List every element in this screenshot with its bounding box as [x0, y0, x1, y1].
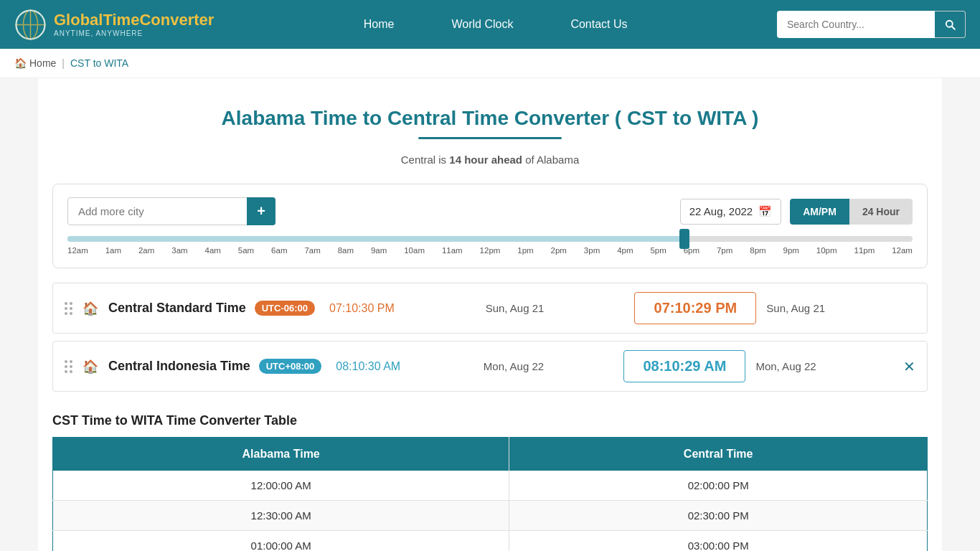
- slider-fill: [67, 236, 684, 242]
- table-row: 12:30:00 AM02:30:00 PM: [53, 501, 928, 531]
- label-10pm: 10pm: [816, 246, 837, 255]
- main-content: Alabama Time to Central Time Converter (…: [38, 78, 942, 551]
- remove-wita-button[interactable]: ✕: [903, 358, 915, 375]
- table-title: CST Time to WITA Time Converter Table: [52, 413, 928, 428]
- zone-name-cst: Central Standard Time: [108, 301, 246, 316]
- label-2am: 2am: [138, 246, 154, 255]
- alabama-time-cell: 01:00:00 AM: [53, 531, 509, 552]
- page-title: Alabama Time to Central Time Converter (…: [52, 107, 928, 130]
- drag-handle-cst[interactable]: [65, 302, 72, 315]
- breadcrumb-home-link[interactable]: 🏠 Home: [14, 57, 56, 69]
- breadcrumb-separator: |: [62, 57, 65, 69]
- date-value: 22 Aug, 2022: [689, 205, 753, 217]
- ampm-button[interactable]: AM/PM: [790, 199, 849, 225]
- day-box-wita: Mon, Aug 22: [755, 360, 896, 372]
- nav-home[interactable]: Home: [335, 0, 423, 49]
- label-3pm: 3pm: [584, 246, 600, 255]
- label-1pm: 1pm: [517, 246, 533, 255]
- utc-badge-cst: UTC-06:00: [255, 301, 315, 316]
- add-city-button[interactable]: +: [247, 197, 275, 225]
- search-icon: [943, 18, 956, 31]
- drag-dot: [70, 312, 72, 315]
- svg-point-4: [17, 10, 45, 39]
- table-row: 12:00:00 AM02:00:00 PM: [53, 471, 928, 501]
- label-7pm: 7pm: [717, 246, 732, 255]
- time-slider[interactable]: [67, 236, 913, 242]
- header: GlobalTimeConverter ANYTIME, ANYWHERE Ho…: [0, 0, 980, 49]
- label-1am: 1am: [105, 246, 121, 255]
- slider-track: [67, 236, 913, 242]
- nav-contact-us[interactable]: Contact Us: [542, 0, 656, 49]
- breadcrumb: 🏠 Home | CST to WITA: [0, 49, 980, 78]
- subtitle: Central is 14 hour ahead of Alabama: [52, 154, 928, 166]
- drag-dot: [70, 360, 72, 363]
- label-11pm: 11pm: [854, 246, 875, 255]
- search-input[interactable]: [777, 11, 935, 38]
- label-8am: 8am: [338, 246, 354, 255]
- day-small-wita: Mon, Aug 22: [484, 360, 624, 372]
- alabama-time-cell: 12:00:00 AM: [53, 471, 509, 501]
- drag-dot: [65, 312, 67, 315]
- home-icon-wita[interactable]: 🏠: [83, 359, 98, 375]
- control-top-row: + 22 Aug, 2022 📅 AM/PM 24 Hour: [67, 197, 913, 225]
- time-box-cst: 07:10:29 PM: [634, 292, 756, 324]
- city-input[interactable]: [67, 197, 275, 225]
- col1-header: Alabama Time: [53, 438, 509, 471]
- date-picker[interactable]: 22 Aug, 2022 📅: [680, 199, 781, 225]
- drag-dot: [65, 370, 67, 373]
- logo-title: GlobalTimeConverter: [54, 11, 214, 29]
- right-controls: 22 Aug, 2022 📅 AM/PM 24 Hour: [680, 199, 913, 225]
- label-7am: 7am: [304, 246, 320, 255]
- 24hour-button[interactable]: 24 Hour: [849, 199, 913, 225]
- drag-dot: [65, 365, 67, 368]
- label-11am: 11am: [442, 246, 463, 255]
- label-12am-end: 12am: [892, 246, 913, 255]
- label-4pm: 4pm: [617, 246, 633, 255]
- control-panel: + 22 Aug, 2022 📅 AM/PM 24 Hour 12am: [52, 184, 928, 268]
- search-button[interactable]: [935, 11, 966, 38]
- day-box-cst: Sun, Aug 21: [766, 302, 915, 314]
- label-4am: 4am: [205, 246, 221, 255]
- drag-handle-wita[interactable]: [65, 360, 72, 373]
- drag-dot: [70, 307, 72, 310]
- calendar-icon: 📅: [758, 205, 772, 218]
- converter-table: Alabama Time Central Time 12:00:00 AM02:…: [52, 437, 928, 551]
- drag-dot: [65, 302, 67, 305]
- format-buttons: AM/PM 24 Hour: [790, 199, 913, 225]
- time-small-cst: 07:10:30 PM: [329, 302, 479, 315]
- label-9am: 9am: [371, 246, 387, 255]
- label-5pm: 5pm: [650, 246, 666, 255]
- logo-subtitle: ANYTIME, ANYWHERE: [54, 29, 214, 37]
- table-row: 01:00:00 AM03:00:00 PM: [53, 531, 928, 552]
- label-6am: 6am: [271, 246, 287, 255]
- time-small-wita: 08:10:30 AM: [336, 360, 476, 373]
- slider-thumb[interactable]: [679, 229, 689, 249]
- time-row-wita: 🏠 Central Indonesia Time UTC+08:00 08:10…: [52, 341, 928, 392]
- drag-dot: [70, 370, 72, 373]
- central-time-cell: 02:00:00 PM: [509, 471, 928, 501]
- alabama-time-cell: 12:30:00 AM: [53, 501, 509, 531]
- home-icon-cst[interactable]: 🏠: [83, 301, 98, 316]
- drag-dot: [70, 302, 72, 305]
- main-nav: Home World Clock Contact Us: [335, 0, 656, 49]
- label-5am: 5am: [238, 246, 254, 255]
- time-row-cst: 🏠 Central Standard Time UTC-06:00 07:10:…: [52, 283, 928, 334]
- city-input-wrap: +: [67, 197, 275, 225]
- central-time-cell: 03:00:00 PM: [509, 531, 928, 552]
- nav-world-clock[interactable]: World Clock: [423, 0, 542, 49]
- label-2pm: 2pm: [551, 246, 567, 255]
- col2-header: Central Time: [509, 438, 928, 471]
- label-10am: 10am: [404, 246, 425, 255]
- logo[interactable]: GlobalTimeConverter ANYTIME, ANYWHERE: [14, 9, 214, 41]
- logo-text: GlobalTimeConverter ANYTIME, ANYWHERE: [54, 11, 214, 37]
- label-9pm: 9pm: [783, 246, 799, 255]
- subtitle-bold: 14 hour ahead: [449, 154, 522, 166]
- utc-badge-wita: UTC+08:00: [259, 359, 322, 374]
- time-box-wita: 08:10:29 AM: [623, 350, 745, 382]
- converter-table-section: CST Time to WITA Time Converter Table Al…: [52, 413, 928, 551]
- drag-dot: [70, 365, 72, 368]
- slider-labels: 12am 1am 2am 3am 4am 5am 6am 7am 8am 9am…: [67, 246, 913, 255]
- title-underline: [418, 137, 562, 139]
- label-12pm: 12pm: [480, 246, 501, 255]
- zone-name-wita: Central Indonesia Time: [108, 359, 250, 374]
